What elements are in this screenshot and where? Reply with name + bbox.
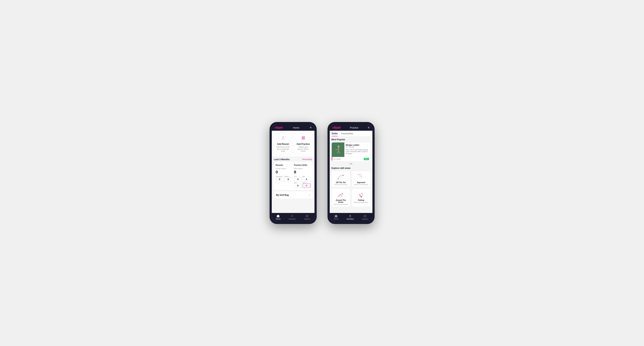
skill-card-putting[interactable]: Putting Make and lag practice (352, 188, 370, 207)
logo-practice: clippd (332, 126, 340, 129)
header-practice: clippd Practice ≡ (330, 124, 372, 131)
rounds-col: Rounds Rounds Capture 0 Tournament 0 Pra… (276, 164, 292, 188)
drill-name: Wedge Ladder 50–100 yds (346, 144, 360, 149)
stats-card: Rounds Rounds Capture 0 Tournament 0 Pra… (274, 162, 313, 190)
favourite-star-icon[interactable]: ☆ (367, 144, 369, 147)
carousel-dots (332, 163, 370, 166)
approach-desc: Dial-in to hit the green (354, 184, 368, 185)
putt-item: PUTT 4 (302, 182, 310, 188)
practice-screen-content: Most Popular (330, 137, 372, 213)
practice-rounds-value: 0 (284, 177, 292, 181)
nav-home[interactable]: Home (276, 214, 281, 220)
logo-home: clippd (275, 126, 282, 129)
golf-bag-chevron: › (309, 194, 310, 196)
tournament-label: Tournament (276, 176, 284, 177)
add-round-icon (280, 135, 286, 142)
svg-point-28 (362, 193, 362, 194)
most-popular-title: Most Popular (332, 138, 370, 141)
add-practice-card[interactable]: Add Practice Capture your practice off-t… (294, 133, 313, 155)
rounds-capture-label: Rounds Capture (276, 168, 292, 170)
view-activity-link[interactable]: View Activity (302, 158, 312, 160)
dot-1 (349, 163, 350, 164)
putting-icon (357, 191, 366, 198)
svg-point-22 (338, 196, 339, 197)
app-item: APP 4 (302, 176, 310, 181)
svg-point-21 (358, 174, 359, 175)
drill-badge: APP (364, 158, 369, 160)
arg-item: ARG 0 (294, 182, 302, 188)
practice-item: Practice 0 (284, 176, 292, 181)
drills-col: Practice Drills Drills Capture 8 OTT 0 A… (294, 164, 310, 188)
tournament-item: Tournament 0 (276, 176, 284, 181)
golf-bag-label: My Golf Bag (276, 194, 289, 196)
nav-home-practice[interactable]: Home (334, 214, 338, 220)
home-screen-content: Add Round Record your shots fast or enha… (272, 131, 314, 213)
app-value: 4 (302, 177, 310, 181)
dot-3 (352, 163, 354, 164)
approach-name: Approach (357, 181, 365, 183)
add-practice-desc: Capture your practice off-the-course (296, 146, 311, 152)
svg-point-17 (342, 175, 344, 176)
svg-rect-7 (332, 143, 344, 157)
dot-2 (350, 163, 352, 164)
explore-title: Explore skill areas (332, 167, 370, 170)
action-cards-container: Add Round Record your shots fast or enha… (272, 131, 314, 156)
ott-icon (336, 173, 346, 180)
menu-icon-practice[interactable]: ≡ (368, 126, 369, 129)
tab-favourites[interactable]: Favourites (341, 132, 353, 136)
putting-name: Putting (358, 199, 364, 201)
explore-section: Explore skill areas Off The Tee Power an… (330, 167, 372, 209)
drill-card-wedge[interactable]: Wedge Ladder 50–100 yds ☆ Play 1 shot at… (332, 142, 370, 162)
golf-bag-row[interactable]: My Golf Bag › (274, 191, 313, 199)
skill-card-ott[interactable]: Off The Tee Power and accuracy (332, 171, 350, 187)
add-practice-icon (300, 135, 306, 142)
app-label: APP (302, 176, 310, 177)
arg-icon (336, 191, 346, 198)
nav-activities-practice[interactable]: Activities (346, 214, 354, 220)
phone-home: clippd Home ≡ Add Round (270, 122, 317, 224)
skill-card-approach[interactable]: Approach Dial-in to hit the green (352, 171, 370, 187)
putt-value: 4 (302, 183, 310, 188)
activity-section-header: Last 3 Months View Activity (272, 156, 314, 162)
page-title-home: Home (293, 126, 300, 129)
svg-point-30 (350, 215, 351, 216)
rounds-capture-value: 0 (276, 170, 292, 174)
drills-capture-label: Drills Capture (294, 168, 310, 170)
drill-footer: 9 shots APP (332, 157, 370, 161)
svg-point-20 (361, 176, 362, 177)
drill-shots: 9 shots (333, 158, 341, 160)
practice-label: Practice (284, 176, 292, 177)
add-round-card[interactable]: Add Round Record your shots fast or enha… (274, 133, 292, 155)
page-title-practice: Practice (350, 126, 358, 129)
drill-card-content: Wedge Ladder 50–100 yds ☆ Play 1 shot at… (332, 143, 370, 157)
approach-icon (357, 173, 366, 180)
most-popular-section: Most Popular (330, 137, 372, 167)
nav-capture-home[interactable]: Capture (304, 214, 310, 220)
drill-desc: Play 1 shot at each target yardage. If y… (346, 149, 369, 155)
nav-activities-home[interactable]: Activities (288, 214, 296, 220)
arg-label: ARG (294, 182, 302, 183)
tabs-bar: Drills Favourites (330, 131, 372, 137)
tab-drills[interactable]: Drills (332, 132, 338, 136)
rounds-title: Rounds (276, 164, 292, 167)
phone-practice: clippd Practice ≡ Drills Favourites Most… (328, 122, 374, 224)
add-round-desc: Record your shots fast or enhanced mode (275, 146, 291, 152)
ott-label: OTT (294, 176, 302, 177)
nav-capture-practice[interactable]: Capture (362, 214, 368, 220)
ott-value: 0 (294, 177, 302, 181)
arg-name: Around The Green (333, 199, 349, 203)
add-round-title: Add Round (277, 143, 289, 145)
last-3-months-title: Last 3 Months (274, 158, 290, 161)
skill-card-arg[interactable]: Around The Green Hone your short game (332, 188, 350, 207)
svg-point-8 (338, 146, 340, 147)
svg-point-5 (292, 215, 293, 216)
putting-desc: Make and lag practice (354, 201, 368, 203)
drills-title: Practice Drills (294, 164, 310, 167)
menu-icon-home[interactable]: ≡ (310, 126, 312, 129)
drills-capture-value: 8 (294, 170, 310, 174)
svg-point-25 (341, 196, 342, 196)
svg-point-27 (359, 194, 360, 196)
drill-info: Wedge Ladder 50–100 yds ☆ Play 1 shot at… (344, 143, 370, 157)
ott-desc: Power and accuracy (334, 184, 347, 185)
svg-point-15 (333, 158, 335, 160)
